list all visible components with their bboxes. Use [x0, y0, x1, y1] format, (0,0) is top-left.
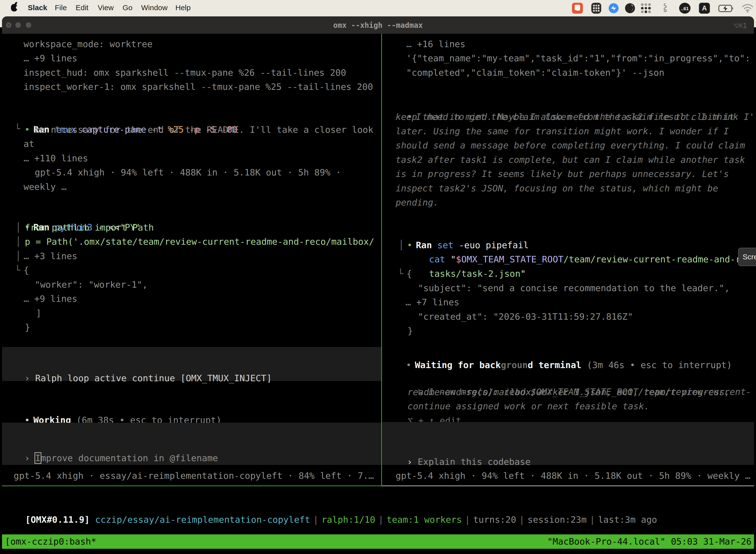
separator: |: [378, 514, 384, 525]
terminal-output-line: '{"team_name":"my-team","task_id":"1","f…: [406, 51, 750, 65]
menu-view[interactable]: View: [98, 3, 114, 12]
waiting-label-shimmer: groun: [501, 360, 527, 370]
terminal-output-line: inspect_hud: omx sparkshell --tmux-pane …: [23, 65, 346, 80]
waiting-meta: (3m 46s • esc to interrupt): [581, 360, 732, 370]
prompt-placeholder: Explain this codebase: [418, 457, 530, 467]
thinking-line: task2 after task1 is complete, but can I…: [396, 153, 745, 167]
keypad-grid-icon[interactable]: [591, 3, 602, 14]
badge-61-label: ..61: [679, 6, 691, 11]
chevron-icon: ›: [24, 373, 35, 383]
input-source-a-icon[interactable]: A: [699, 3, 710, 14]
terminal-output-line: workspace_mode: worktree: [23, 37, 152, 51]
wifi-icon[interactable]: [742, 3, 753, 14]
badge-61-icon[interactable]: ..61: [679, 3, 690, 14]
menu-app-slack[interactable]: Slack: [28, 3, 47, 12]
terminal-output-line: … +3 lines: [23, 249, 77, 263]
terminal-output-line: "completed","claim_token":"claim-token"}…: [406, 65, 664, 80]
omx-turns: turns:20: [473, 514, 516, 525]
squiggle-icon[interactable]: [659, 3, 670, 14]
thinking-line: is in progress? It seems likely but perh…: [396, 167, 729, 181]
separator: |: [589, 514, 595, 525]
model-status-line: gpt-5.4 xhigh · 94% left · 488K in · 5.1…: [396, 468, 750, 483]
code-gutter: │: [398, 238, 404, 252]
status-bullet-icon: •: [406, 360, 412, 370]
tmux-session-name: [omx-cczip0:bash*: [5, 536, 96, 547]
code-gutter: │: [16, 249, 21, 263]
active-pane-border: [2, 486, 382, 486]
json-brace: }: [25, 320, 30, 334]
prompt-placeholder: mprove documentation in @filename: [41, 453, 218, 463]
waiting-label: Waiting for back: [415, 360, 501, 370]
inactive-pane-border: [382, 486, 754, 486]
code-line: from pathlib import Path: [25, 220, 154, 234]
json-brace: {: [23, 263, 29, 277]
menu-file[interactable]: File: [55, 3, 67, 12]
pane-separator[interactable]: [381, 34, 382, 486]
omx-last-activity: last:3m ago: [598, 514, 657, 525]
title-bar: omx --xhigh --madmax ⌥⌘1: [2, 16, 754, 34]
code-line: p = Path('.omx/state/team/review-current…: [25, 234, 374, 249]
window-title: omx --xhigh --madmax: [2, 21, 754, 30]
omx-team-workers: team:1 workers: [387, 514, 462, 525]
omx-version: [OMX#0.11.9]: [25, 514, 90, 525]
thinking-line: inspect task2's JSON, focusing on the st…: [396, 181, 718, 195]
code-gutter: │: [16, 234, 21, 249]
mailbox-message-line: readme-and-reco/mailbox/worker-1.json, a…: [407, 385, 730, 399]
terminal-output-line: be necessary for the end of the README. …: [35, 123, 373, 137]
thinking-line: pending.: [396, 195, 439, 210]
prompt-chevron-icon: ›: [407, 457, 418, 467]
output-connector: └: [398, 267, 403, 281]
waiting-label: d terminal: [528, 360, 582, 370]
model-status-line: gpt-5.4 xhigh · essay/ai-reimplementatio…: [14, 468, 374, 483]
json-line: "subject": "send a concise recommendatio…: [418, 281, 730, 295]
menu-help[interactable]: Help: [175, 3, 191, 12]
path-fragment: /team/review-current-readme-and-reco/: [564, 254, 754, 264]
ralph-loop-text: Ralph loop active continue [OMX_TMUX_INJ…: [35, 373, 272, 383]
separator: |: [313, 514, 318, 525]
separator: |: [519, 514, 524, 525]
thinking-line: later. Using the same for transition mig…: [396, 124, 729, 138]
terminal-output-line: at: [23, 137, 34, 151]
screen-overlay-tooltip: Scre: [738, 248, 756, 266]
apple-menu-icon[interactable]: [11, 4, 17, 11]
terminal-output-line: … +9 lines: [23, 292, 77, 306]
terminal-output-line: … +16 lines: [406, 37, 465, 51]
crescent-icon[interactable]: [625, 3, 635, 14]
ralph-loop-line: › Ralph loop active continue [OMX_TMUX_I…: [3, 357, 272, 399]
quote: ": [520, 269, 526, 279]
screen-overlay-label: Scre: [743, 253, 756, 261]
menu-window[interactable]: Window: [141, 3, 168, 12]
window-shortcut-badge: ⌥⌘1: [734, 21, 747, 30]
text-cursor: I: [35, 453, 41, 463]
json-line: "worker": "worker-1",: [35, 277, 147, 292]
code-gutter: │: [16, 220, 21, 234]
json-brace: }: [407, 324, 413, 338]
menu-go[interactable]: Go: [123, 3, 132, 12]
terminal-window: omx --xhigh --madmax ⌥⌘1 workspace_mode:…: [2, 16, 754, 552]
screenshot-app-icon[interactable]: [572, 3, 583, 14]
thinking-line: keep that in mind. Maybe I also need the…: [396, 110, 734, 124]
terminal-output-line: weekly …: [23, 180, 66, 194]
menu-bar: Slack File Edit View Go Window Help: [0, 0, 756, 16]
terminal-output-line: … +110 lines: [23, 151, 88, 165]
tmux-status-bar: [omx-cczip0:bash* "MacBook-Pro-44.local"…: [2, 535, 754, 549]
input-source-a-label: A: [699, 4, 710, 12]
dots-grid-icon[interactable]: [641, 3, 652, 14]
json-bracket: ]: [36, 306, 42, 320]
path-fragment: tasks/task-2.json: [429, 269, 520, 279]
run-bullet-icon: •: [24, 124, 30, 134]
separator: |: [465, 514, 470, 525]
output-connector: └: [15, 263, 20, 277]
battery-charging-icon[interactable]: [718, 4, 729, 15]
json-line: "created_at": "2026-03-31T11:59:27.816Z": [418, 310, 633, 324]
json-brace: {: [406, 267, 412, 281]
terminal-output-line: inspect_worker-1: omx sparkshell --tmux-…: [23, 80, 373, 94]
terminal-output-line: … +9 lines: [23, 51, 77, 65]
menu-edit[interactable]: Edit: [76, 3, 88, 12]
omx-session-time: session:23m: [527, 514, 586, 525]
omx-ralph-count: ralph:1/10: [321, 514, 375, 525]
bolt-messenger-icon[interactable]: [608, 3, 619, 14]
terminal-output-line: gpt-5.4 xhigh · 94% left · 488K in · 5.1…: [35, 165, 341, 179]
omx-project-path: cczip/essay/ai-reimplementation-copyleft: [90, 514, 310, 525]
thinking-line: should send a message before completing …: [396, 138, 745, 152]
